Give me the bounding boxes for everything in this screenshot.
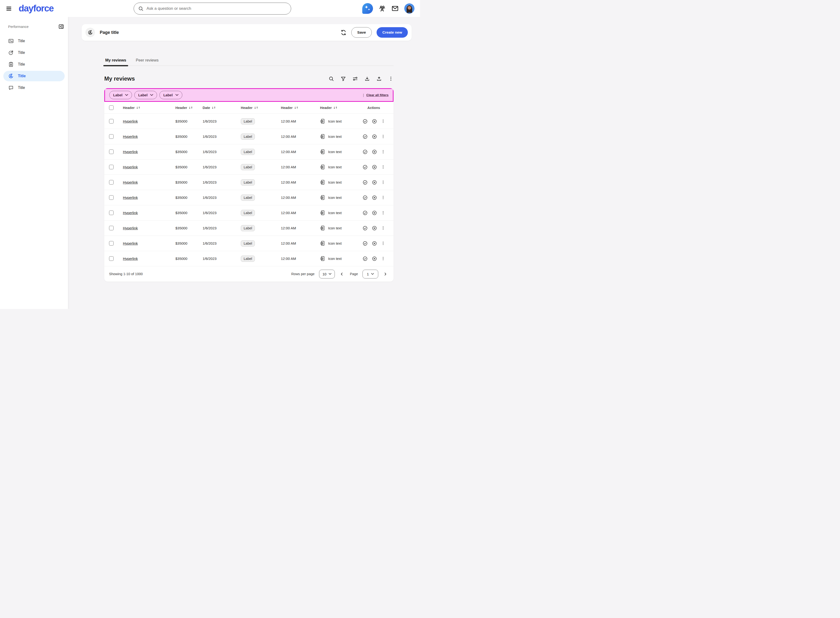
approve-check-circle-icon[interactable] [362,134,368,139]
save-button[interactable]: Save [351,27,372,38]
row-hyperlink[interactable]: Hyperlink [123,226,138,230]
reject-x-circle-icon[interactable] [372,134,377,139]
column-header-date[interactable]: Date↓↑ [203,106,241,110]
search-icon[interactable] [329,76,334,82]
column-header[interactable]: Header↓↑ [176,106,203,110]
row-hyperlink[interactable]: Hyperlink [123,257,138,261]
chevron-down-icon [150,94,153,96]
reject-x-circle-icon[interactable] [372,256,377,261]
row-kebab-icon[interactable] [381,150,385,154]
row-kebab-icon[interactable] [381,119,385,123]
row-hyperlink[interactable]: Hyperlink [123,119,138,123]
approve-check-circle-icon[interactable] [362,256,368,261]
approve-check-circle-icon[interactable] [362,165,368,170]
row-hyperlink[interactable]: Hyperlink [123,150,138,154]
row-kebab-icon[interactable] [381,180,385,184]
mail-icon[interactable] [392,5,399,12]
reject-x-circle-icon[interactable] [372,165,377,170]
row-checkbox[interactable] [109,241,113,245]
chevron-down-icon [176,94,179,96]
sort-icon: ↓↑ [189,106,192,110]
row-hyperlink[interactable]: Hyperlink [123,165,138,169]
select-all-checkbox[interactable] [109,105,113,110]
filter-dropdown-2[interactable]: Label [134,91,157,99]
search-input[interactable] [146,6,287,11]
separator: | [363,93,364,97]
sidebar-item-4-active[interactable]: Title [3,71,65,81]
row-hyperlink[interactable]: Hyperlink [123,211,138,215]
next-page-icon[interactable] [382,272,389,276]
row-checkbox[interactable] [109,119,113,123]
row-checkbox[interactable] [109,165,113,169]
row-kebab-icon[interactable] [381,226,385,230]
approve-check-circle-icon[interactable] [362,241,368,246]
row-label-chip: Label [241,179,255,186]
upload-icon[interactable] [376,76,382,82]
hamburger-menu-icon[interactable] [6,6,12,12]
download-icon[interactable] [364,76,370,82]
global-search[interactable] [134,3,291,15]
approve-check-circle-icon[interactable] [362,195,368,200]
reject-x-circle-icon[interactable] [372,226,377,231]
tab-peer-reviews[interactable]: Peer reviews [135,56,159,65]
row-checkbox[interactable] [109,134,113,139]
row-amount: $35000 [176,134,203,138]
row-hyperlink[interactable]: Hyperlink [123,196,138,199]
sidebar-item-3[interactable]: Title [3,59,65,70]
row-checkbox[interactable] [109,150,113,154]
row-hyperlink[interactable]: Hyperlink [123,180,138,184]
clear-all-filters-link[interactable]: Clear all filters [366,93,389,97]
row-kebab-icon[interactable] [381,241,385,245]
reject-x-circle-icon[interactable] [372,195,377,200]
row-checkbox[interactable] [109,195,113,200]
kebab-icon[interactable] [388,76,393,81]
row-kebab-icon[interactable] [381,165,385,169]
approve-check-circle-icon[interactable] [362,226,368,231]
table-footer: Showing 1-10 of 1000 Rows per page 10 [104,266,393,282]
previous-page-icon[interactable] [338,272,345,276]
approve-check-circle-icon[interactable] [362,180,368,185]
refresh-icon[interactable] [341,30,347,36]
card-icon [8,38,14,44]
reject-x-circle-icon[interactable] [372,241,377,246]
sidebar-item-1[interactable]: Title [3,36,65,46]
column-header[interactable]: Header↓↑ [123,106,176,110]
row-icon-text: Icon text [328,211,342,215]
row-checkbox[interactable] [109,180,113,184]
column-header[interactable]: Header↓↑ [320,106,359,110]
sort-icon: ↓↑ [254,106,258,110]
reject-x-circle-icon[interactable] [372,180,377,185]
filter-dropdown-3[interactable]: Label [159,91,182,99]
column-header[interactable]: Header↓↑ [241,106,281,110]
sliders-icon[interactable] [353,76,358,82]
reject-x-circle-icon[interactable] [372,149,377,154]
row-kebab-icon[interactable] [381,196,385,199]
row-kebab-icon[interactable] [381,134,385,138]
approve-check-circle-icon[interactable] [362,119,368,124]
column-header[interactable]: Header↓↑ [281,106,320,110]
approve-check-circle-icon[interactable] [362,149,368,154]
ai-assistant-icon[interactable]: ✦ ✦ [362,3,373,14]
filter-icon[interactable] [341,76,346,82]
row-hyperlink[interactable]: Hyperlink [123,241,138,245]
approve-check-circle-icon[interactable] [362,210,368,215]
rows-per-page-select[interactable]: 10 [319,270,335,278]
sidebar-item-5[interactable]: Title [3,83,65,93]
reject-x-circle-icon[interactable] [372,210,377,215]
row-checkbox[interactable] [109,211,113,215]
reject-x-circle-icon[interactable] [372,119,377,124]
row-kebab-icon[interactable] [381,257,385,261]
tab-my-reviews[interactable]: My reviews [104,56,127,65]
row-checkbox[interactable] [109,256,113,261]
sidebar-item-2[interactable]: Title [3,48,65,58]
row-checkbox[interactable] [109,226,113,230]
filter-dropdown-1[interactable]: Label [109,91,132,99]
page-select[interactable]: 1 [362,270,378,278]
collapse-sidebar-icon[interactable] [58,24,64,30]
row-icon-text: Icon text [328,119,342,123]
user-avatar[interactable] [404,3,414,13]
create-new-button[interactable]: Create new [377,27,408,38]
row-hyperlink[interactable]: Hyperlink [123,134,138,138]
row-kebab-icon[interactable] [381,211,385,215]
people-icon[interactable] [378,5,386,12]
